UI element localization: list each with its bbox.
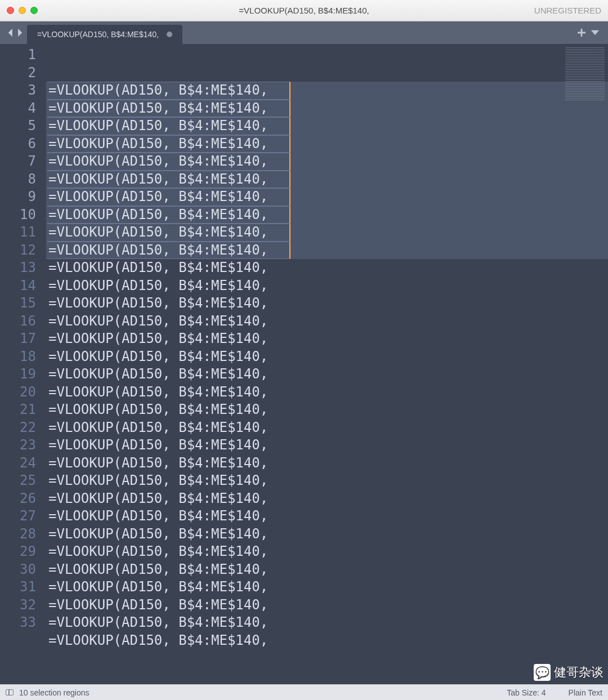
line-number[interactable]: 30 xyxy=(0,561,36,579)
side-panel-toggle-icon[interactable] xyxy=(6,689,14,695)
line-number[interactable]: 17 xyxy=(0,330,36,348)
code-line[interactable]: =VLOOKUP(AD150, B$4:ME$140, xyxy=(46,117,608,135)
line-number[interactable]: 1 xyxy=(0,46,36,64)
new-tab-icon[interactable] xyxy=(578,29,585,37)
line-number[interactable]: 21 xyxy=(0,401,36,419)
code-line[interactable]: =VLOOKUP(AD150, B$4:ME$140, xyxy=(46,543,608,561)
line-number[interactable]: 32 xyxy=(0,596,36,614)
tab-strip: =VLOOKUP(AD150, B$4:ME$140, xyxy=(0,21,608,44)
window-title-bar: =VLOOKUP(AD150, B$4:ME$140, UNREGISTERED xyxy=(0,0,608,21)
code-line[interactable]: =VLOOKUP(AD150, B$4:ME$140, xyxy=(46,135,608,153)
line-number[interactable]: 15 xyxy=(0,295,36,313)
code-line[interactable]: =VLOOKUP(AD150, B$4:ME$140, xyxy=(46,525,608,543)
line-number[interactable]: 12 xyxy=(0,242,36,260)
line-number[interactable]: 6 xyxy=(0,135,36,153)
line-number[interactable]: 19 xyxy=(0,365,36,384)
line-number[interactable]: 22 xyxy=(0,419,36,437)
maximize-window-button[interactable] xyxy=(30,7,38,14)
line-number-gutter[interactable]: 1234567891011121314151617181920212223242… xyxy=(0,44,46,684)
line-number[interactable]: 16 xyxy=(0,313,36,331)
line-number[interactable]: 8 xyxy=(0,171,36,189)
line-number[interactable]: 31 xyxy=(0,578,36,596)
code-line[interactable]: =VLOOKUP(AD150, B$4:ME$140, xyxy=(46,242,608,260)
window-controls xyxy=(7,7,38,14)
code-line[interactable]: =VLOOKUP(AD150, B$4:ME$140, xyxy=(46,224,608,242)
code-line[interactable]: =VLOOKUP(AD150, B$4:ME$140, xyxy=(46,454,608,472)
code-line[interactable]: =VLOOKUP(AD150, B$4:ME$140, xyxy=(46,82,608,100)
code-line[interactable]: =VLOOKUP(AD150, B$4:ME$140, xyxy=(46,561,608,579)
code-line[interactable]: =VLOOKUP(AD150, B$4:ME$140, xyxy=(46,100,608,118)
nav-forward-icon[interactable] xyxy=(16,29,24,37)
line-number[interactable]: 25 xyxy=(0,472,36,490)
code-line[interactable]: =VLOOKUP(AD150, B$4:ME$140, xyxy=(46,384,608,402)
code-line[interactable]: =VLOOKUP(AD150, B$4:ME$140, xyxy=(46,365,608,384)
minimize-window-button[interactable] xyxy=(19,7,26,14)
code-line[interactable]: =VLOOKUP(AD150, B$4:ME$140, xyxy=(46,419,608,437)
line-number[interactable]: 20 xyxy=(0,384,36,402)
code-line[interactable]: =VLOOKUP(AD150, B$4:ME$140, xyxy=(46,472,608,490)
line-number[interactable]: 18 xyxy=(0,348,36,366)
watermark-text: 健哥杂谈 xyxy=(554,664,603,681)
window-title: =VLOOKUP(AD150, B$4:ME$140, xyxy=(0,6,608,15)
line-number[interactable]: 24 xyxy=(0,454,36,472)
minimap[interactable] xyxy=(565,47,605,101)
code-line[interactable]: =VLOOKUP(AD150, B$4:ME$140, xyxy=(46,188,608,206)
text-pane[interactable]: =VLOOKUP(AD150, B$4:ME$140,=VLOOKUP(AD15… xyxy=(46,44,608,684)
line-number[interactable]: 2 xyxy=(0,64,36,82)
code-line[interactable]: =VLOOKUP(AD150, B$4:ME$140, xyxy=(46,313,608,331)
line-number[interactable]: 9 xyxy=(0,188,36,206)
line-number[interactable]: 33 xyxy=(0,614,36,632)
code-line[interactable]: =VLOOKUP(AD150, B$4:ME$140, xyxy=(46,507,608,525)
code-line[interactable]: =VLOOKUP(AD150, B$4:ME$140, xyxy=(46,330,608,348)
code-line[interactable]: =VLOOKUP(AD150, B$4:ME$140, xyxy=(46,206,608,224)
watermark: 💬 健哥杂谈 xyxy=(534,664,603,681)
line-number[interactable]: 14 xyxy=(0,277,36,295)
registration-status: UNREGISTERED xyxy=(534,6,601,15)
tab-history-nav xyxy=(3,29,27,37)
line-number[interactable]: 23 xyxy=(0,436,36,454)
nav-back-icon[interactable] xyxy=(7,29,15,37)
tab-dropdown-icon[interactable] xyxy=(591,29,599,37)
line-number[interactable]: 3 xyxy=(0,82,36,100)
line-number[interactable]: 28 xyxy=(0,525,36,543)
line-number[interactable]: 5 xyxy=(0,117,36,135)
code-line[interactable]: =VLOOKUP(AD150, B$4:ME$140, xyxy=(46,596,608,614)
code-line[interactable]: =VLOOKUP(AD150, B$4:ME$140, xyxy=(46,295,608,313)
code-line[interactable]: =VLOOKUP(AD150, B$4:ME$140, xyxy=(46,632,608,650)
code-line[interactable]: =VLOOKUP(AD150, B$4:ME$140, xyxy=(46,436,608,454)
tab-active[interactable]: =VLOOKUP(AD150, B$4:ME$140, xyxy=(27,25,182,44)
line-number[interactable]: 26 xyxy=(0,490,36,508)
line-number[interactable]: 7 xyxy=(0,153,36,171)
code-line[interactable] xyxy=(46,649,608,667)
line-number[interactable]: 29 xyxy=(0,543,36,561)
line-number[interactable]: 27 xyxy=(0,507,36,525)
code-line[interactable]: =VLOOKUP(AD150, B$4:ME$140, xyxy=(46,490,608,508)
code-line[interactable]: =VLOOKUP(AD150, B$4:ME$140, xyxy=(46,259,608,277)
code-line[interactable]: =VLOOKUP(AD150, B$4:ME$140, xyxy=(46,348,608,366)
line-number[interactable]: 13 xyxy=(0,259,36,277)
code-line[interactable]: =VLOOKUP(AD150, B$4:ME$140, xyxy=(46,614,608,632)
line-number[interactable]: 4 xyxy=(0,100,36,118)
close-window-button[interactable] xyxy=(7,7,14,14)
wechat-icon: 💬 xyxy=(534,664,551,681)
code-line[interactable]: =VLOOKUP(AD150, B$4:ME$140, xyxy=(46,578,608,596)
editor-area[interactable]: 1234567891011121314151617181920212223242… xyxy=(0,44,608,684)
line-number[interactable]: 11 xyxy=(0,224,36,242)
dirty-indicator-icon xyxy=(167,32,172,37)
code-line[interactable]: =VLOOKUP(AD150, B$4:ME$140, xyxy=(46,171,608,189)
tab-label: =VLOOKUP(AD150, B$4:ME$140, xyxy=(37,30,159,39)
code-line[interactable]: =VLOOKUP(AD150, B$4:ME$140, xyxy=(46,153,608,171)
code-line[interactable]: =VLOOKUP(AD150, B$4:ME$140, xyxy=(46,277,608,295)
code-line[interactable]: =VLOOKUP(AD150, B$4:ME$140, xyxy=(46,401,608,419)
line-number[interactable]: 10 xyxy=(0,206,36,224)
